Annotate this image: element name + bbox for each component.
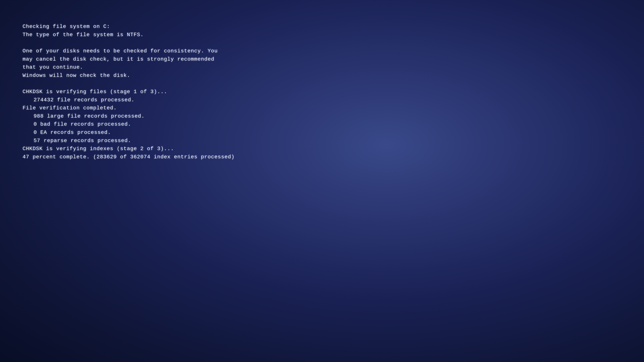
line-check-fs: Checking file system on C: (22, 22, 622, 31)
line-disk-warn-2: may cancel the disk check, but it is str… (22, 55, 622, 64)
line-ea-records: 0 EA records processed. (22, 128, 622, 137)
line-windows-check: Windows will now check the disk. (22, 72, 622, 80)
line-large-files: 988 large file records processed. (22, 112, 622, 120)
line-blank-1 (22, 39, 622, 47)
terminal-output: Checking file system on C:The type of th… (22, 22, 622, 161)
line-stage2: CHKDSK is verifying indexes (stage 2 of … (22, 145, 622, 153)
line-stage1: CHKDSK is verifying files (stage 1 of 3)… (22, 88, 622, 96)
line-file-records: 274432 file records processed. (22, 96, 622, 104)
line-bad-files: 0 bad file records processed. (22, 120, 622, 128)
line-percent: 47 percent complete. (283629 of 362074 i… (22, 153, 622, 161)
line-reparse: 57 reparse records processed. (22, 137, 622, 145)
line-file-verif: File verification completed. (22, 104, 622, 112)
line-disk-warn-3: that you continue. (22, 63, 622, 72)
line-blank-2 (22, 80, 622, 88)
line-disk-warn-1: One of your disks needs to be checked fo… (22, 47, 622, 55)
line-fs-type: The type of the file system is NTFS. (22, 31, 622, 39)
